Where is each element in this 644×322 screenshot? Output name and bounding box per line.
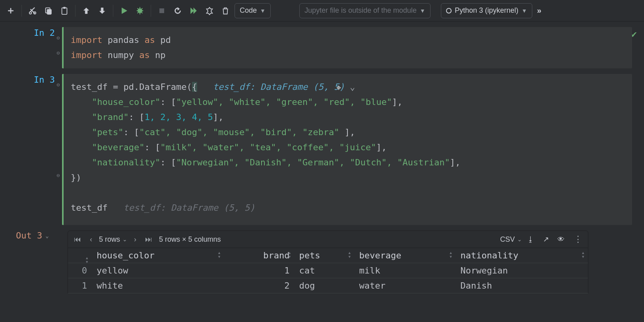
last-page-button[interactable]: ⏭	[143, 235, 154, 244]
interrupt-button[interactable]	[155, 4, 169, 17]
cut-button[interactable]	[26, 4, 39, 17]
inline-hint: test_df: DataFrame (5, 5)	[123, 203, 255, 213]
download-button[interactable]: ⭳	[524, 235, 537, 244]
dataframe-grid[interactable]: ▴▾ house_color▴▾ brand▴▾ pets▴▾ beverage…	[68, 248, 588, 293]
chevron-down-icon: ▼	[260, 8, 266, 14]
chevron-down-icon: ⌄	[517, 236, 522, 242]
table-row[interactable]: 0 yellow 1 cat milk Norwegian	[68, 263, 588, 278]
column-header[interactable]: house_color▴▾	[92, 248, 224, 263]
cell-prompt: In 2	[14, 27, 62, 68]
shape-label: 5 rows × 5 columns	[159, 235, 221, 244]
dataframe-output: ⏮ ‹ 5 rows ⌄ › ⏭ 5 rows × 5 columns CSV …	[68, 231, 630, 293]
chevron-down-icon: ▼	[420, 8, 425, 14]
prev-page-button[interactable]: ‹	[85, 235, 97, 244]
toolbar-more-button[interactable]: »	[535, 6, 544, 15]
kernel-status-icon	[446, 8, 452, 14]
output-collapse-toggle[interactable]: ⌄	[45, 233, 48, 239]
notebook-toolbar: Code ▼ Jupyter file is outside of the mo…	[0, 0, 644, 21]
code-editor[interactable]: ⊖import pandas as pd ⊖import numpy as np	[62, 27, 632, 68]
column-header[interactable]: brand▴▾	[224, 248, 295, 263]
chevron-down-icon: ⌄	[122, 236, 127, 242]
column-header[interactable]: beverage▴▾	[355, 248, 456, 263]
cell-prompt: In 3	[14, 74, 62, 225]
svg-rect-7	[160, 8, 164, 13]
cell-type-select[interactable]: Code ▼	[235, 3, 271, 18]
run-all-button[interactable]	[187, 4, 200, 17]
module-context-label: Jupyter file is outside of the module	[305, 6, 417, 15]
next-page-button[interactable]: ›	[130, 235, 141, 244]
mouse-cursor-icon: ⌖	[336, 83, 341, 93]
code-cell[interactable]: In 2 ⊖import pandas as pd ⊖import numpy …	[0, 27, 644, 68]
kernel-select[interactable]: Python 3 (ipykernel) ▼	[441, 3, 532, 18]
svg-rect-4	[62, 8, 67, 14]
dataframe-toolbar: ⏮ ‹ 5 rows ⌄ › ⏭ 5 rows × 5 columns CSV …	[68, 231, 588, 248]
column-header[interactable]: pets▴▾	[295, 248, 355, 263]
module-context-select[interactable]: Jupyter file is outside of the module ▼	[299, 3, 431, 18]
toggle-view-button[interactable]: 👁	[555, 235, 567, 244]
move-down-button[interactable]	[95, 4, 109, 17]
move-up-button[interactable]	[80, 4, 93, 17]
clear-outputs-button[interactable]	[203, 4, 216, 17]
delete-cell-button[interactable]	[219, 4, 232, 17]
index-header[interactable]: ▴▾	[68, 248, 92, 263]
restart-button[interactable]	[171, 4, 184, 17]
svg-rect-5	[63, 7, 66, 8]
fold-icon[interactable]: ⊖	[56, 30, 62, 36]
table-row[interactable]: 1 white 2 dog water Danish	[68, 278, 588, 293]
svg-rect-3	[47, 9, 51, 14]
cell-type-label: Code	[240, 6, 257, 15]
copy-button[interactable]	[42, 4, 55, 17]
debug-cell-button[interactable]	[133, 4, 147, 17]
column-header[interactable]: nationality▴▾	[456, 248, 588, 263]
add-cell-button[interactable]	[4, 4, 17, 17]
run-cell-button[interactable]	[117, 4, 131, 17]
inline-hint[interactable]: test_df: DataFrame (5, 5) ⌄	[213, 82, 355, 92]
svg-point-0	[29, 12, 32, 14]
first-page-button[interactable]: ⏮	[72, 235, 83, 244]
code-editor[interactable]: ⊖test_df = pd.DataFrame({ test_df: DataF…	[62, 74, 632, 225]
paste-button[interactable]	[58, 4, 71, 17]
fold-icon[interactable]: ⊖	[56, 168, 62, 173]
rows-per-page-select[interactable]: 5 rows ⌄	[99, 235, 127, 244]
fold-icon[interactable]: ⊖	[56, 77, 62, 83]
code-cell[interactable]: In 3 ⊖test_df = pd.DataFrame({ test_df: …	[0, 74, 644, 225]
output-more-button[interactable]: ⋮	[572, 234, 584, 244]
kernel-label: Python 3 (ipykernel)	[455, 6, 518, 15]
output-prompt: Out 3	[16, 231, 42, 241]
fold-icon[interactable]: ⊖	[56, 45, 62, 51]
export-format-select[interactable]: CSV ⌄	[500, 235, 522, 244]
chevron-down-icon: ▼	[522, 8, 527, 14]
open-external-button[interactable]: ↗	[539, 235, 552, 244]
